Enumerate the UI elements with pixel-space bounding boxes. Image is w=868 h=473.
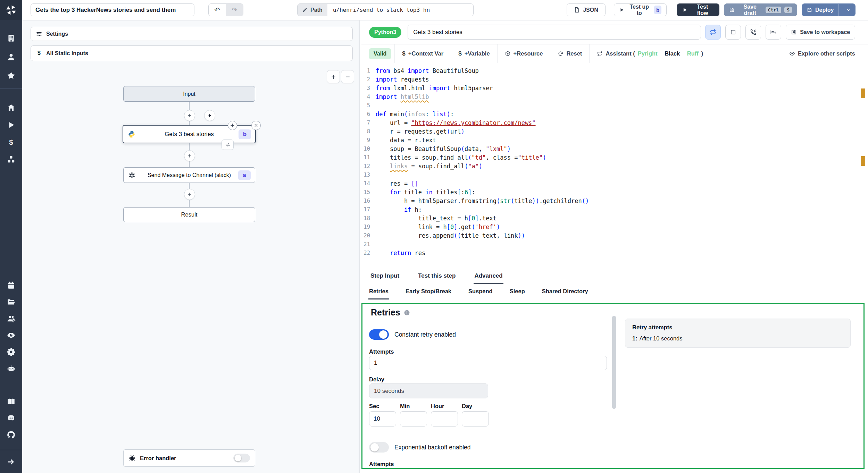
trigger-button[interactable]: [204, 110, 215, 121]
code-line[interactable]: if h:: [376, 205, 854, 214]
flow-node-step-a[interactable]: Send Message to Channel (slack) a: [123, 167, 255, 183]
tab-advanced[interactable]: Advanced: [474, 269, 503, 284]
tab-test-this-step[interactable]: Test this step: [417, 269, 456, 284]
sidebar-robot-icon[interactable]: [7, 364, 16, 373]
zoom-in-button[interactable]: [327, 70, 340, 83]
code-line[interactable]: [376, 240, 854, 249]
code-line[interactable]: def main(infos: list):: [376, 110, 854, 119]
subtab-suspend[interactable]: Suspend: [468, 284, 493, 299]
code-line[interactable]: import requests: [376, 75, 854, 84]
stop-button[interactable]: [725, 25, 741, 40]
sleep-button[interactable]: [766, 25, 781, 40]
undo-redo-group: ↶ ↷: [208, 3, 243, 16]
sidebar-discord-icon[interactable]: [7, 414, 16, 423]
retry-indicator-button[interactable]: [222, 140, 234, 150]
json-button[interactable]: JSON: [567, 3, 606, 16]
flow-node-input[interactable]: Input: [123, 86, 255, 102]
move-step-handle[interactable]: [228, 121, 237, 130]
save-draft-button[interactable]: Save draft Ctrl S: [724, 3, 797, 16]
explore-other-scripts-button[interactable]: Explore other scripts: [782, 47, 862, 60]
path-value[interactable]: u/henri/send_to_slack_top3_hn: [327, 4, 473, 16]
exponential-backoff-toggle[interactable]: [369, 442, 389, 453]
flow-node-result[interactable]: Result: [123, 207, 255, 222]
flow-title-input[interactable]: Gets the top 3 HackerNews stories and se…: [31, 3, 194, 16]
windmill-logo[interactable]: [0, 0, 22, 20]
add-step-button[interactable]: [184, 150, 195, 161]
sidebar-eye-icon[interactable]: [7, 331, 16, 340]
time-field-input-min[interactable]: [400, 411, 427, 426]
save-to-workspace-button[interactable]: Save to workspace: [786, 25, 855, 40]
subtab-retries[interactable]: Retries: [368, 284, 389, 299]
code-editor[interactable]: 12345678910111213141516171819202122 from…: [361, 63, 868, 269]
constant-retry-toggle[interactable]: [369, 329, 389, 340]
sidebar-github-icon[interactable]: [7, 430, 16, 439]
sidebar-gear-icon[interactable]: [7, 347, 16, 356]
sidebar-calendar-icon[interactable]: [7, 281, 16, 290]
all-static-inputs-bar[interactable]: $ All Static Inputs: [31, 45, 353, 61]
sidebar-dollar-icon[interactable]: $: [7, 138, 16, 147]
sidebar-building-icon[interactable]: [7, 34, 16, 43]
add-context-var-button[interactable]: $ +Context Var: [395, 47, 451, 60]
time-field-input-sec[interactable]: 10: [369, 411, 396, 426]
code-line[interactable]: res = []: [376, 179, 854, 188]
redo-button[interactable]: ↷: [226, 4, 243, 16]
deploy-button[interactable]: Deploy: [802, 3, 856, 16]
error-handler-node[interactable]: Error handler: [123, 449, 255, 467]
tab-step-input[interactable]: Step Input: [370, 269, 400, 284]
error-handler-toggle[interactable]: [233, 454, 250, 463]
error-handler-label: Error handler: [140, 455, 176, 462]
code-line[interactable]: link = h[0].get('href'): [376, 223, 854, 231]
add-step-button[interactable]: [184, 110, 195, 121]
code-line[interactable]: titles = soup.find_all("td", class_="tit…: [376, 153, 854, 162]
sidebar-star-icon[interactable]: [7, 71, 16, 80]
undo-button[interactable]: ↶: [209, 4, 226, 16]
webhook-call-button[interactable]: [745, 25, 761, 40]
add-step-button[interactable]: [184, 189, 195, 200]
time-field-input-day[interactable]: [462, 411, 489, 426]
attempts-input[interactable]: 1: [369, 356, 607, 370]
sidebar-users-gear-icon[interactable]: [7, 314, 16, 323]
test-up-to-button[interactable]: Test up to b: [614, 3, 667, 16]
delete-step-button[interactable]: [251, 121, 261, 130]
subtab-shared-directory[interactable]: Shared Directory: [541, 284, 589, 299]
code-content[interactable]: from bs4 import BeautifulSoupimport requ…: [376, 67, 854, 257]
add-resource-button[interactable]: +Resource: [498, 47, 550, 60]
sidebar-book-icon[interactable]: [7, 397, 16, 406]
flow-settings-bar[interactable]: Settings: [31, 27, 353, 41]
time-field-day: Day: [462, 403, 489, 426]
subtab-sleep[interactable]: Sleep: [509, 284, 526, 299]
code-line[interactable]: links = soup.find_all("a"): [376, 162, 854, 171]
refresh-lock-button[interactable]: [705, 25, 721, 40]
code-line[interactable]: return res: [376, 249, 854, 257]
code-line[interactable]: for title in titles[:6]:: [376, 188, 854, 197]
panel-scrollbar[interactable]: [612, 316, 616, 409]
sidebar-cubes-icon[interactable]: [7, 155, 16, 164]
subtab-early-stop-break[interactable]: Early Stop/Break: [405, 284, 452, 299]
code-line[interactable]: from bs4 import BeautifulSoup: [376, 67, 854, 75]
assistant-status[interactable]: Assistant (Pyright Black Ruff): [590, 47, 710, 60]
code-line[interactable]: title_text = h[0].text: [376, 214, 854, 223]
code-line[interactable]: soup = BeautifulSoup(data, "lxml"): [376, 145, 854, 153]
code-line[interactable]: h = html5parser.fromstring(str(title)).g…: [376, 197, 854, 205]
time-field-input-hour[interactable]: [431, 411, 458, 426]
path-control[interactable]: Path u/henri/send_to_slack_top3_hn: [297, 3, 474, 16]
step-title-input[interactable]: Gets 3 best stories: [408, 25, 701, 40]
test-flow-button[interactable]: Test flow: [677, 3, 719, 16]
reset-button[interactable]: Reset: [550, 47, 589, 60]
code-line[interactable]: [376, 101, 854, 110]
code-line[interactable]: data = r.text: [376, 136, 854, 145]
sidebar-user-icon[interactable]: [7, 52, 16, 61]
zoom-out-button[interactable]: [341, 70, 354, 83]
add-variable-button[interactable]: $ +Variable: [451, 47, 497, 60]
code-line[interactable]: [376, 171, 854, 179]
code-line[interactable]: from lxml.html import html5parser: [376, 84, 854, 93]
code-line[interactable]: import html5lib: [376, 93, 854, 101]
sidebar-folder-icon[interactable]: [7, 297, 16, 306]
code-line[interactable]: r = requests.get(url): [376, 127, 854, 136]
sidebar-home-icon[interactable]: [7, 103, 16, 112]
code-line[interactable]: url = "https://news.ycombinator.com/news…: [376, 119, 854, 127]
sidebar-play-icon[interactable]: [7, 120, 16, 129]
deploy-dropdown-button[interactable]: [842, 4, 855, 16]
code-line[interactable]: res.append((title_text, link)): [376, 231, 854, 240]
sidebar-arrow-right-icon[interactable]: [7, 457, 16, 466]
